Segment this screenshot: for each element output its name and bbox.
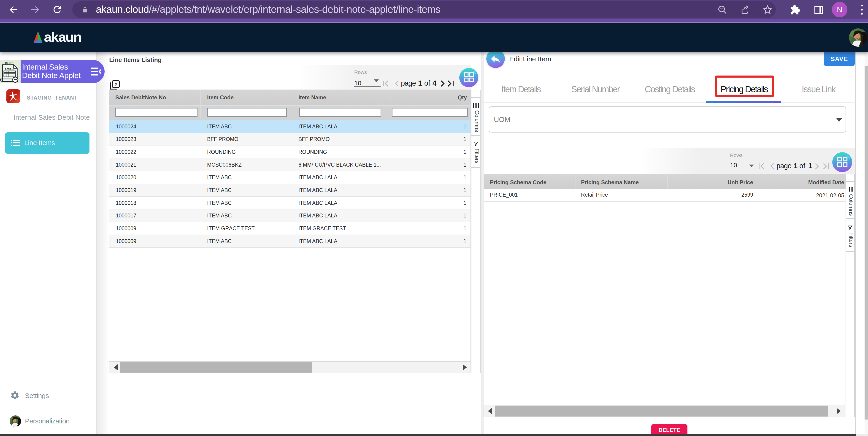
svg-text:Note.: Note. [11,68,15,70]
svg-text:2: 2 [115,82,117,87]
svg-text:DEBIT: DEBIT [5,68,11,70]
svg-text:DEBIT: DEBIT [5,62,13,64]
